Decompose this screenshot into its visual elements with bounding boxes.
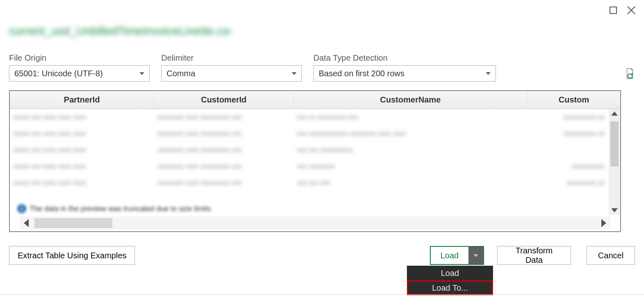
load-split-button: Load — [430, 246, 484, 265]
horizontal-scrollbar[interactable] — [20, 216, 610, 230]
maximize-icon[interactable] — [610, 7, 617, 14]
load-dropdown-toggle[interactable] — [468, 247, 483, 264]
scroll-left-icon[interactable] — [24, 219, 29, 227]
table-row: xxxxx xxx xxxx xxxx xxxxxxxxxxxx xxxx xx… — [10, 158, 620, 175]
data-type-value: Based on first 200 rows — [319, 69, 404, 78]
extract-table-button[interactable]: Extract Table Using Examples — [9, 246, 135, 265]
load-dropdown-menu: Load Load To... — [407, 266, 493, 295]
table-row: xxxxx xxx xxxx xxxx xxxxxxxxxxxx xxxx xx… — [10, 175, 620, 191]
column-header[interactable]: CustomerId — [154, 91, 294, 109]
scroll-thumb[interactable] — [34, 218, 112, 228]
file-origin-select[interactable]: 65001: Unicode (UTF-8) — [9, 65, 150, 82]
table-header: PartnerId CustomerId CustomerName Custom — [10, 91, 620, 109]
preview-table: PartnerId CustomerId CustomerName Custom… — [9, 90, 621, 232]
load-button[interactable]: Load — [431, 247, 468, 264]
column-header[interactable]: Custom — [528, 91, 620, 109]
close-icon[interactable] — [627, 6, 636, 15]
table-row: xxxxx xxx xxxx xxxx xxxxxxxxxxxx xxxx xx… — [10, 109, 620, 125]
file-title: current_usd_UnbilledTimeInvoiceLineIte.c… — [9, 25, 231, 41]
scroll-right-icon[interactable] — [601, 219, 606, 227]
table-body: xxxxx xxx xxxx xxxx xxxxxxxxxxxx xxxx xx… — [10, 109, 620, 207]
menu-item-load-to[interactable]: Load To... — [407, 280, 493, 295]
data-type-label: Data Type Detection — [313, 53, 496, 63]
transform-data-button[interactable]: Transform Data — [497, 246, 571, 265]
delimiter-label: Delimiter — [161, 53, 302, 63]
truncation-note: i The data in the preview was truncated … — [17, 204, 211, 213]
delimiter-value: Comma — [167, 69, 195, 78]
table-row: xxxxx xxx xxxx xxxx xxxxxxxxxxxx xxxx xx… — [10, 125, 620, 142]
delimiter-select[interactable]: Comma — [161, 65, 302, 82]
column-header[interactable]: PartnerId — [10, 91, 154, 109]
sheet-grid — [0, 294, 644, 295]
file-origin-label: File Origin — [9, 53, 150, 63]
info-icon: i — [17, 204, 26, 213]
refresh-icon[interactable] — [624, 68, 635, 80]
file-origin-value: 65001: Unicode (UTF-8) — [14, 69, 103, 78]
data-type-select[interactable]: Based on first 200 rows — [313, 65, 496, 82]
menu-item-load[interactable]: Load — [407, 266, 493, 280]
vertical-scrollbar[interactable] — [609, 109, 620, 215]
scroll-up-icon[interactable] — [611, 112, 618, 116]
cancel-button[interactable]: Cancel — [587, 246, 635, 265]
scroll-thumb[interactable] — [610, 121, 619, 166]
dialog-footer: Extract Table Using Examples Load Transf… — [9, 246, 635, 265]
import-options: File Origin 65001: Unicode (UTF-8) Delim… — [9, 53, 635, 82]
column-header[interactable]: CustomerName — [294, 91, 528, 109]
table-row: xxxxx xxx xxxx xxxx xxxxxxxxxxxx xxxx xx… — [10, 142, 620, 158]
scroll-down-icon[interactable] — [611, 208, 618, 212]
